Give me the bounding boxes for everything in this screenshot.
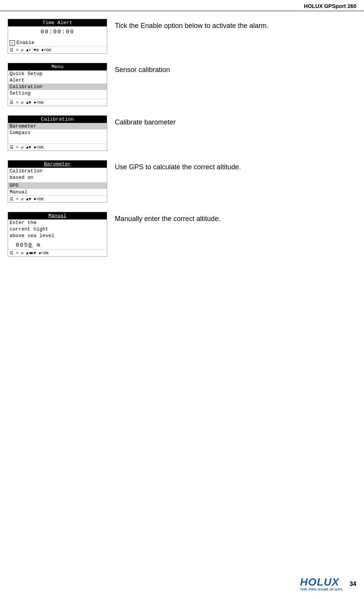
screen3-title: Calibration — [8, 116, 107, 123]
screen4-label1: Calibration — [8, 168, 107, 174]
screen5-title-text: Manual — [49, 213, 67, 219]
screen1-title: Time Alert — [8, 19, 107, 26]
screen-manual: Manual Enter the current hight above sea… — [8, 212, 107, 258]
holux-logo: HOLUX THE PRO NAME IN GPS — [300, 577, 343, 591]
holux-tagline: THE PRO NAME IN GPS — [300, 588, 343, 591]
device-screen-5: Manual Enter the current hight above sea… — [8, 212, 107, 257]
holux-logo-text: HOLUX — [300, 577, 340, 588]
section-calibrate-barometer: Calibration Barometer Compass ☰ = ↺ ▲▼ ●… — [0, 111, 364, 156]
device-screen-2: Menu Quick Setup Alert Calibration Setti… — [8, 63, 107, 106]
screen-calibration: Calibration Barometer Compass ☰ = ↺ ▲▼ ●… — [8, 115, 107, 152]
screen5-title: Manual — [8, 212, 107, 219]
section2-text: Sensor calibration — [115, 66, 170, 74]
screen4-status: ☰ = ↺ ▲▼ ●=OK — [8, 195, 107, 202]
section1-description: Tick the Enable option below to activate… — [115, 19, 356, 30]
section4-description: Use GPS to calculate the correct altitud… — [115, 160, 356, 171]
screen3-item2: Compass — [8, 129, 107, 136]
screen2-item2: Alert — [8, 77, 107, 83]
screen3-status: ☰ = ↺ ▲▼ ●=OK — [8, 144, 107, 151]
screen-barometer: Barometer Calibration based on GPS Manua… — [8, 160, 107, 204]
device-screen-1: Time Alert 00:00:00 ✓ Enable ☰ = ↺ ▲Y ▼N… — [8, 19, 107, 54]
screen1-checkbox-label: Enable — [16, 40, 34, 46]
screen2-item3-highlighted: Calibration — [8, 83, 107, 90]
screen-menu: Menu Quick Setup Alert Calibration Setti… — [8, 63, 107, 108]
section3-description: Calibrate barometer — [115, 115, 356, 126]
screen5-altitude: 0050 m — [8, 241, 107, 249]
section-time-alert: Time Alert 00:00:00 ✓ Enable ☰ = ↺ ▲Y ▼N… — [0, 15, 364, 59]
checkbox-icon: ✓ — [10, 40, 15, 46]
section1-text: Tick the Enable option below to activate… — [115, 22, 269, 29]
screen4-item2: Manual — [8, 189, 107, 195]
screen5-status: ☰ = ↺ ▲◄►▼ ●=OK — [8, 249, 107, 256]
screen2-item1: Quick Setup — [8, 70, 107, 77]
section-gps-calibration: Barometer Calibration based on GPS Manua… — [0, 156, 364, 208]
section5-text: Manually enter the correct altitude. — [115, 215, 220, 223]
section-manual-altitude: Manual Enter the current hight above sea… — [0, 208, 364, 262]
screen1-status: ☰ = ↺ ▲Y ▼N ●=OK — [8, 46, 107, 53]
section-sensor-calibration: Menu Quick Setup Alert Calibration Setti… — [0, 59, 364, 111]
section2-description: Sensor calibration — [115, 63, 356, 74]
section5-description: Manually enter the correct altitude. — [115, 212, 356, 223]
page-header: HOLUX GPSport 260 — [0, 0, 364, 11]
page-number: 34 — [349, 581, 356, 588]
screen5-label2: current hight — [8, 226, 107, 232]
screen1-checkbox-row: ✓ Enable — [8, 39, 107, 46]
screen2-title: Menu — [8, 63, 107, 70]
device-screen-4: Barometer Calibration based on GPS Manua… — [8, 160, 107, 203]
page-footer: HOLUX THE PRO NAME IN GPS 34 — [300, 577, 356, 591]
screen2-item4: Setting — [8, 90, 107, 97]
screen5-altitude-value: 0050 m — [16, 242, 41, 249]
screen5-label3: above sea level — [8, 232, 107, 239]
device-screen-3: Calibration Barometer Compass ☰ = ↺ ▲▼ ●… — [8, 115, 107, 151]
header-title: HOLUX GPSport 260 — [304, 3, 356, 9]
screen4-title: Barometer — [8, 160, 107, 168]
screen1-time: 00:00:00 — [8, 26, 107, 36]
screen3-item1-highlighted: Barometer — [8, 123, 107, 129]
section4-text: Use GPS to calculate the correct altitud… — [115, 163, 241, 171]
screen4-item1-highlighted: GPS — [8, 182, 107, 189]
screen-time-alert: Time Alert 00:00:00 ✓ Enable ☰ = ↺ ▲Y ▼N… — [8, 19, 107, 55]
section3-text: Calibrate barometer — [115, 118, 176, 126]
screen4-title-text: Barometer — [44, 161, 71, 167]
screen2-status: ☰ = ↺ ▲▼ ●=OK — [8, 99, 107, 106]
screen5-label1: Enter the — [8, 219, 107, 226]
screen4-label2: based on — [8, 174, 107, 181]
